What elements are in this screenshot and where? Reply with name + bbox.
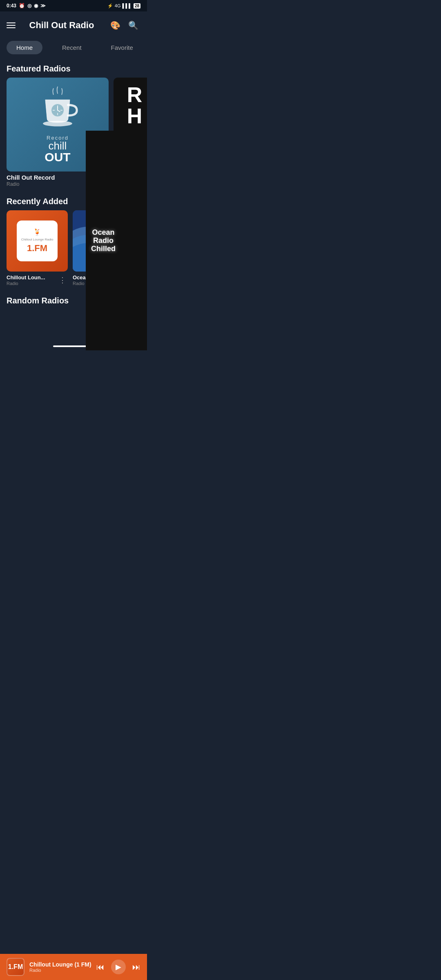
app-icon-2: ◉ <box>34 3 38 9</box>
main-content: Featured Radios <box>0 59 147 342</box>
recently-image-chillout-lounge: 🍹 Chillout Lounge Radio 1.FM <box>7 210 68 272</box>
palette-button[interactable]: 🎨 <box>108 18 122 33</box>
tabs-container: Home Recent Favorite <box>0 38 147 59</box>
recently-label-chillout-lounge: Chillout Loun... Radio ⋮ <box>7 274 68 286</box>
app-icon-1: ◎ <box>27 3 31 9</box>
battery-display: 28 <box>134 3 140 9</box>
featured-sub-chill-out-record: Radio <box>7 181 55 187</box>
tab-favorite[interactable]: Favorite <box>101 41 143 54</box>
alarm-icon: ⏰ <box>19 3 25 9</box>
1fm-logo: 🍹 Chillout Lounge Radio 1.FM <box>17 220 58 261</box>
chill-out-cup-svg <box>33 86 82 135</box>
status-bar: 0:43 ⏰ ◎ ◉ ≫ ⚡ 4G ▌▌▌ 28 <box>0 0 147 11</box>
chill-out-record-text: Record chill OUT <box>45 135 70 163</box>
tab-recent[interactable]: Recent <box>52 41 91 54</box>
cast-icon: ≫ <box>40 3 46 9</box>
tab-home[interactable]: Home <box>7 41 42 54</box>
signal-icon: ▌▌▌ <box>122 3 131 8</box>
app-title: Chill Out Radio <box>16 20 108 31</box>
status-right: ⚡ 4G ▌▌▌ 28 <box>107 3 140 9</box>
recently-image-soundsto: SOUSTO <box>139 210 147 272</box>
recently-more-chillout-lounge[interactable]: ⋮ <box>57 274 68 286</box>
network-label: 4G <box>115 3 121 8</box>
1fm-logo-text: 1.FM <box>27 243 47 254</box>
status-left: 0:43 ⏰ ◎ ◉ ≫ <box>7 3 46 9</box>
featured-name-chill-out-record: Chill Out Record <box>7 174 55 181</box>
recently-sub-chillout-lounge: Radio <box>7 281 45 286</box>
featured-info-chill-out-record: Chill Out Record Radio <box>7 174 55 187</box>
app-header: Chill Out Radio 🎨 🔍 <box>0 11 147 38</box>
soundsto-bg-svg <box>139 210 147 272</box>
svg-rect-9 <box>139 210 147 272</box>
martini-icon: 🍹 <box>33 228 41 236</box>
chillout-lounge-label: Chillout Lounge Radio <box>21 238 53 242</box>
recently-item-soundsto[interactable]: SOUSTO Soundsto Radio <box>139 210 147 286</box>
time-display: 0:43 <box>7 3 16 9</box>
recently-name-chillout-lounge: Chillout Loun... <box>7 274 45 281</box>
recently-item-chillout-lounge[interactable]: 🍹 Chillout Lounge Radio 1.FM Chillout Lo… <box>7 210 68 286</box>
menu-button[interactable] <box>7 22 16 28</box>
recently-added-list: 🍹 Chillout Lounge Radio 1.FM Chillout Lo… <box>0 210 147 290</box>
search-button[interactable]: 🔍 <box>126 18 140 33</box>
recently-info-chillout-lounge: Chillout Loun... Radio <box>7 274 45 286</box>
ocean-radio-text: OceanRadioChilled <box>91 229 116 253</box>
recently-added-title: Recently Added <box>7 197 68 206</box>
bluetooth-icon: ⚡ <box>107 3 113 9</box>
svg-point-0 <box>43 121 72 127</box>
ocean-radio-overlay-text: OceanRadioChilled <box>91 229 116 253</box>
